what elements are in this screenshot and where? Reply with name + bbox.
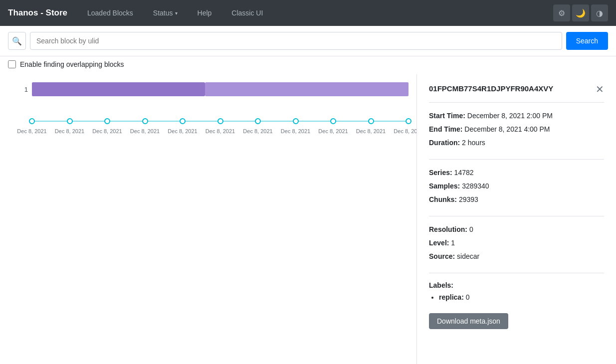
timeline-label-4: Dec 8, 2021 (168, 128, 197, 134)
nav-icons: ⚙ 🌙 ◑ (553, 4, 608, 21)
timeline-dot-1[interactable] (67, 118, 73, 124)
search-button[interactable]: Search (566, 32, 608, 50)
chunks-value: 29393 (459, 195, 478, 203)
overlap-label[interactable]: Enable finding overlapping blocks (20, 60, 124, 68)
duration-row: Duration: 2 hours (429, 138, 604, 148)
source-value: sidecar (457, 252, 479, 260)
block-row: 1 (8, 82, 409, 96)
timeline-dot-5[interactable] (217, 118, 223, 124)
samples-value: 3289340 (462, 182, 489, 190)
level-label: Level: (429, 239, 449, 247)
download-meta-button[interactable]: Download meta.json (429, 313, 508, 329)
theme-dark-button[interactable]: 🌙 (572, 4, 589, 21)
timeline-dot-8[interactable] (330, 118, 336, 124)
labels-title: Labels: (429, 281, 604, 289)
main-content: 1 (0, 74, 616, 364)
end-time-label: End Time: (429, 125, 462, 133)
timeline-dot-3[interactable] (142, 118, 148, 124)
label-item-replica: replica: 0 (439, 293, 604, 301)
settings-icon: ⚙ (558, 8, 565, 18)
navbar: Thanos - Store Loaded Blocks Status ▾ He… (0, 0, 616, 26)
timeline-dot-4[interactable] (180, 118, 186, 124)
block-id-title: 01FPCMB77S4R1DJPYFR90A4XVY (429, 84, 590, 93)
timeline-label-10: Dec 8, 2021 (394, 128, 416, 134)
series-value: 14782 (454, 169, 474, 177)
timeline-label-6: Dec 8, 2021 (243, 128, 272, 134)
labels-list: replica: 0 (439, 293, 604, 301)
timeline-dot-9[interactable] (368, 118, 374, 124)
start-time-label: Start Time: (429, 112, 465, 120)
labels-section: Labels: replica: 0 (429, 281, 604, 301)
timeline-label-2: Dec 8, 2021 (92, 128, 122, 134)
start-time-row: Start Time: December 8, 2021 2:00 PM (429, 111, 604, 121)
timeline-area: 1 (0, 74, 416, 364)
label-key-replica: replica: (439, 293, 464, 301)
chevron-down-icon: ▾ (175, 10, 178, 16)
timeline-label-0: Dec 8, 2021 (17, 128, 46, 134)
nav-classic-ui[interactable]: Classic UI (227, 7, 267, 19)
duration-value: 2 hours (462, 139, 485, 147)
meta-section: Resolution: 0 Level: 1 Source: sidecar (429, 224, 604, 273)
timeline-dots (32, 116, 409, 126)
checkbox-section: Enable finding overlapping blocks (0, 56, 616, 74)
label-value-replica: 0 (466, 293, 470, 301)
timeline-label-3: Dec 8, 2021 (130, 128, 160, 134)
timeline-label-1: Dec 8, 2021 (55, 128, 84, 134)
brand-link[interactable]: Thanos - Store (8, 8, 67, 18)
duration-label: Duration: (429, 139, 460, 147)
nav-status[interactable]: Status ▾ (149, 7, 182, 19)
block-bar-left[interactable] (32, 82, 205, 96)
search-icon-button[interactable]: 🔍 (8, 32, 26, 50)
series-label: Series: (429, 169, 452, 177)
close-button[interactable]: ✕ (596, 84, 604, 94)
block-bar-container (32, 82, 409, 96)
chunks-label: Chunks: (429, 195, 457, 203)
contrast-icon: ◑ (596, 8, 603, 18)
samples-label: Samples: (429, 182, 460, 190)
nav-help[interactable]: Help (194, 7, 216, 19)
theme-contrast-button[interactable]: ◑ (591, 4, 608, 21)
resolution-row: Resolution: 0 (429, 224, 604, 235)
block-row-label: 1 (8, 86, 28, 93)
detail-header: 01FPCMB77S4R1DJPYFR90A4XVY ✕ (429, 84, 604, 103)
timeline-dot-0[interactable] (29, 118, 35, 124)
settings-icon-button[interactable]: ⚙ (553, 4, 570, 21)
stats-section: Series: 14782 Samples: 3289340 Chunks: 2… (429, 168, 604, 216)
block-bar-right[interactable] (205, 82, 409, 96)
moon-icon: 🌙 (576, 8, 586, 18)
timeline-dot-10[interactable] (406, 118, 411, 124)
overlap-checkbox[interactable] (8, 60, 16, 68)
nav-loaded-blocks[interactable]: Loaded Blocks (83, 7, 137, 19)
timeline-label-5: Dec 8, 2021 (205, 128, 235, 134)
samples-row: Samples: 3289340 (429, 181, 604, 191)
level-value: 1 (451, 239, 455, 247)
source-label: Source: (429, 252, 455, 260)
timeline-dot-2[interactable] (104, 118, 110, 124)
detail-panel: 01FPCMB77S4R1DJPYFR90A4XVY ✕ Start Time:… (416, 74, 616, 364)
level-row: Level: 1 (429, 238, 604, 248)
search-section: 🔍 Search (0, 26, 616, 56)
start-time-value: December 8, 2021 2:00 PM (467, 112, 553, 120)
timeline-label-9: Dec 8, 2021 (356, 128, 386, 134)
timeline-container: Dec 8, 2021 Dec 8, 2021 Dec 8, 2021 Dec … (32, 116, 409, 126)
series-row: Series: 14782 (429, 168, 604, 178)
timeline-dot-7[interactable] (293, 118, 299, 124)
nav-status-label: Status (153, 9, 173, 17)
time-section: Start Time: December 8, 2021 2:00 PM End… (429, 111, 604, 160)
timeline-label-7: Dec 8, 2021 (281, 128, 310, 134)
end-time-value: December 8, 2021 4:00 PM (464, 125, 550, 133)
source-row: Source: sidecar (429, 251, 604, 262)
search-icon: 🔍 (12, 36, 22, 46)
search-input[interactable] (30, 32, 562, 50)
chunks-row: Chunks: 29393 (429, 194, 604, 205)
timeline-label-8: Dec 8, 2021 (318, 128, 348, 134)
timeline-dot-6[interactable] (255, 118, 261, 124)
resolution-value: 0 (469, 225, 473, 233)
resolution-label: Resolution: (429, 225, 467, 233)
end-time-row: End Time: December 8, 2021 4:00 PM (429, 124, 604, 135)
